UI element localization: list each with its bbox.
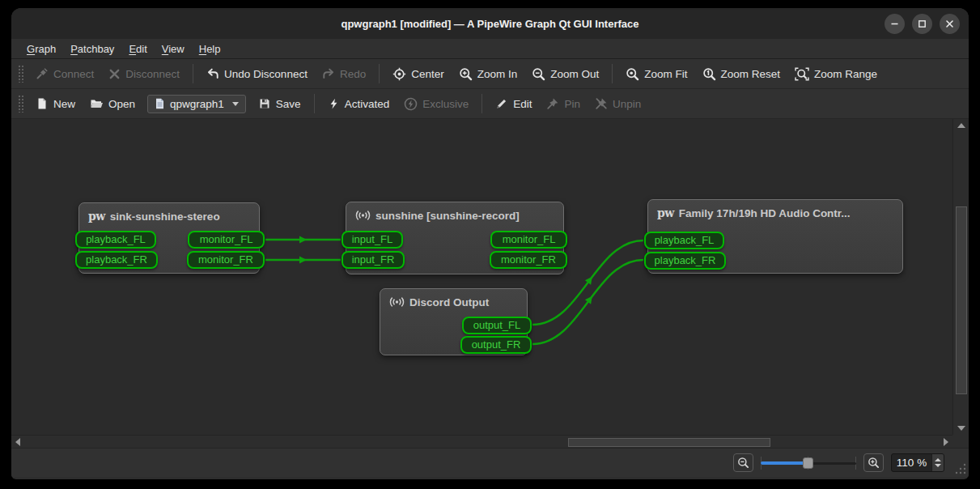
open-button[interactable]: Open bbox=[83, 94, 142, 113]
port-playback-fl[interactable]: playback_FL bbox=[75, 231, 156, 249]
app-window: qpwgraph1 [modified] — A PipeWire Graph … bbox=[11, 8, 969, 479]
menu-edit[interactable]: Edit bbox=[121, 41, 154, 57]
port-monitor-fr[interactable]: monitor_FR bbox=[187, 251, 265, 269]
zoom-out-button[interactable]: Zoom Out bbox=[524, 64, 606, 84]
new-button[interactable]: New bbox=[28, 94, 83, 113]
undo-button[interactable]: Undo Disconnect bbox=[199, 64, 315, 83]
slider-handle[interactable] bbox=[803, 457, 813, 469]
menu-patchbay[interactable]: Patchbay bbox=[63, 41, 121, 57]
close-button[interactable] bbox=[940, 14, 960, 34]
toolbar-separator bbox=[482, 94, 482, 113]
menu-view[interactable]: View bbox=[155, 41, 192, 57]
menu-patchbay-mnemonic: P bbox=[70, 43, 78, 55]
toolbar-drag-handle[interactable] bbox=[18, 95, 23, 113]
zoom-value: 110 % bbox=[892, 457, 931, 469]
port-monitor-fl[interactable]: monitor_FL bbox=[490, 231, 567, 249]
port-output-fl[interactable]: output_FL bbox=[462, 317, 532, 334]
pin-button[interactable]: Pin bbox=[539, 94, 588, 113]
node-header: pw Family 17h/19h HD Audio Contr... bbox=[648, 200, 902, 219]
zoom-reset-button[interactable]: Zoom Reset bbox=[695, 64, 788, 84]
redo-button[interactable]: Redo bbox=[315, 64, 373, 83]
graph-viewport[interactable]: pw sink-sunshine-stereo playback_FL play… bbox=[11, 119, 952, 435]
zoom-range-button[interactable]: Zoom Range bbox=[787, 64, 885, 84]
horizontal-scroll-thumb[interactable] bbox=[568, 438, 770, 447]
disconnect-button[interactable]: Disconnect bbox=[101, 65, 187, 83]
patchbay-file-icon bbox=[155, 98, 165, 109]
unpin-label: Unpin bbox=[613, 98, 641, 110]
redo-icon bbox=[322, 67, 335, 80]
spinbox-arrows[interactable] bbox=[931, 454, 944, 471]
zoom-slider[interactable] bbox=[761, 455, 856, 471]
patchbay-selector[interactable]: qpwgraph1 bbox=[147, 95, 246, 113]
window-controls bbox=[885, 14, 969, 34]
exclusive-label: Exclusive bbox=[422, 98, 469, 110]
horizontal-scrollbar[interactable] bbox=[11, 435, 952, 448]
title-bar[interactable]: qpwgraph1 [modified] — A PipeWire Graph … bbox=[11, 8, 969, 39]
port-playback-fr[interactable]: playback_FR bbox=[644, 252, 726, 270]
spin-down-icon bbox=[935, 464, 941, 467]
scroll-right-button[interactable] bbox=[940, 436, 952, 448]
toolbar-separator bbox=[193, 64, 193, 83]
scroll-up-button[interactable] bbox=[953, 119, 969, 132]
node-family-hd-audio[interactable]: pw Family 17h/19h HD Audio Contr... play… bbox=[647, 199, 903, 274]
scroll-left-button[interactable] bbox=[11, 436, 24, 448]
save-icon bbox=[258, 97, 271, 110]
port-monitor-fl[interactable]: monitor_FL bbox=[188, 231, 265, 249]
connection-arrow-icon bbox=[299, 236, 307, 244]
node-title: Family 17h/19h HD Audio Contr... bbox=[679, 207, 851, 219]
connect-label: Connect bbox=[53, 68, 94, 80]
close-icon bbox=[945, 19, 954, 28]
port-monitor-fr[interactable]: monitor_FR bbox=[490, 251, 567, 269]
scroll-down-button[interactable] bbox=[953, 422, 969, 435]
patchbay-toolbar: New Open qpwgraph1 Save Activated Exclus… bbox=[11, 89, 969, 119]
zoom-in-label: Zoom In bbox=[477, 68, 518, 80]
connections-layer bbox=[11, 119, 952, 435]
edit-button[interactable]: Edit bbox=[488, 94, 539, 113]
undo-icon bbox=[206, 67, 219, 80]
resize-grip[interactable] bbox=[955, 463, 966, 474]
vertical-scrollbar[interactable] bbox=[952, 119, 969, 435]
zoom-in-button[interactable]: Zoom In bbox=[452, 64, 525, 84]
node-sink-sunshine-stereo[interactable]: pw sink-sunshine-stereo playback_FL play… bbox=[78, 202, 260, 274]
node-header: Discord Output bbox=[380, 289, 527, 308]
unpin-button[interactable]: Unpin bbox=[588, 94, 648, 113]
menu-edit-rest: dit bbox=[136, 43, 147, 55]
menu-help[interactable]: Help bbox=[192, 41, 228, 57]
zoom-spinbox[interactable]: 110 % bbox=[891, 453, 944, 472]
window-title: qpwgraph1 [modified] — A PipeWire Graph … bbox=[11, 18, 969, 30]
menu-graph[interactable]: Graph bbox=[19, 41, 63, 57]
vertical-scroll-thumb[interactable] bbox=[956, 206, 967, 394]
edit-pencil-icon bbox=[495, 97, 508, 110]
status-bar: 110 % bbox=[11, 448, 969, 477]
status-zoom-out-button[interactable] bbox=[733, 453, 753, 472]
menu-help-rest: elp bbox=[206, 43, 220, 55]
port-output-fr[interactable]: output_FR bbox=[460, 336, 532, 354]
pin-icon bbox=[546, 97, 559, 110]
zoom-out-icon bbox=[532, 67, 545, 81]
disconnect-label: Disconnect bbox=[125, 68, 180, 80]
activated-button[interactable]: Activated bbox=[320, 94, 397, 113]
connect-button[interactable]: Connect bbox=[28, 64, 101, 83]
zoom-out-icon bbox=[737, 457, 749, 469]
save-label: Save bbox=[276, 98, 301, 110]
port-input-fl[interactable]: input_FL bbox=[342, 231, 403, 249]
port-playback-fr[interactable]: playback_FR bbox=[75, 251, 158, 269]
node-discord-output[interactable]: Discord Output output_FL output_FR bbox=[380, 288, 528, 355]
pin-label: Pin bbox=[564, 98, 580, 110]
unpin-icon bbox=[595, 97, 608, 110]
toolbar-drag-handle[interactable] bbox=[18, 65, 23, 83]
center-button[interactable]: Center bbox=[385, 64, 452, 84]
activated-label: Activated bbox=[345, 98, 390, 110]
zoom-fit-button[interactable]: Zoom Fit bbox=[618, 64, 694, 84]
save-button[interactable]: Save bbox=[251, 94, 308, 113]
maximize-button[interactable] bbox=[912, 14, 932, 34]
minimize-button[interactable] bbox=[885, 14, 905, 34]
toolbar-separator bbox=[314, 94, 315, 113]
port-playback-fl[interactable]: playback_FL bbox=[644, 232, 724, 249]
node-sunshine[interactable]: sunshine [sunshine-record] input_FL inpu… bbox=[346, 202, 564, 274]
exclusive-button[interactable]: Exclusive bbox=[397, 94, 476, 114]
node-title: sunshine [sunshine-record] bbox=[375, 210, 520, 222]
slider-fill bbox=[761, 461, 808, 465]
status-zoom-in-button[interactable] bbox=[863, 453, 884, 472]
port-input-fr[interactable]: input_FR bbox=[342, 251, 405, 269]
